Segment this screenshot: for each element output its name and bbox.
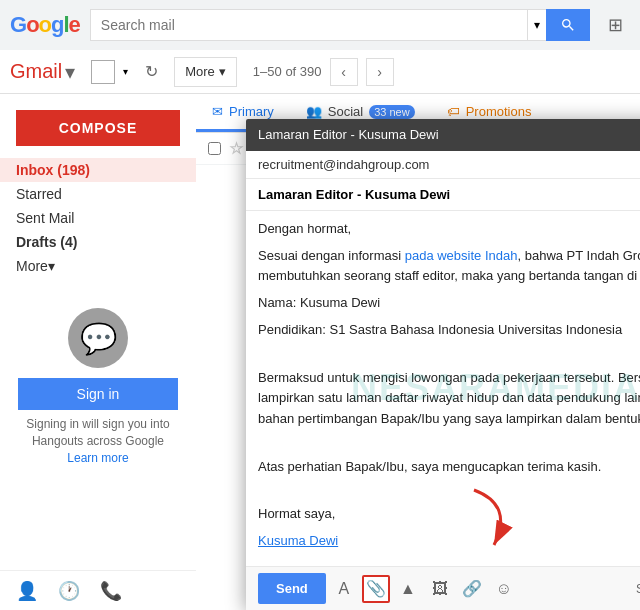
send-button[interactable]: Send xyxy=(258,573,326,604)
social-badge: 33 new xyxy=(369,105,414,119)
gmail-label: Gmail ▾ xyxy=(10,60,75,84)
grid-icon[interactable]: ⊞ xyxy=(600,10,630,40)
sidebar-bottom: 👤 🕐 📞 xyxy=(0,570,196,610)
refresh-button[interactable]: ↻ xyxy=(136,57,166,87)
search-bar: ▾ xyxy=(90,9,590,41)
attach-icon[interactable]: 📎 xyxy=(362,575,390,603)
contacts-icon[interactable]: 👤 xyxy=(16,580,38,602)
google-logo: Google xyxy=(10,12,80,38)
star-icon[interactable]: ☆ xyxy=(229,139,243,158)
phone-icon[interactable]: 📞 xyxy=(100,580,122,602)
sign-in-button[interactable]: Sign in xyxy=(18,378,178,410)
link-icon[interactable]: 🔗 xyxy=(458,575,486,603)
content-area: ✉ Primary 👥 Social 33 new 🏷 Promotions ☆… xyxy=(196,94,640,610)
compose-toolbar: Send A 📎 ▲ 🖼 🔗 ☺ Saved 🗑 ⋮ xyxy=(246,566,640,610)
learn-more-link[interactable]: Learn more xyxy=(67,451,128,465)
photo-icon[interactable]: 🖼 xyxy=(426,575,454,603)
compose-to-field: recruitment@indahgroup.com xyxy=(246,151,640,179)
sidebar-item-starred[interactable]: Starred xyxy=(0,182,196,206)
search-dropdown[interactable]: ▾ xyxy=(527,9,546,41)
saved-text: Saved xyxy=(636,582,640,596)
kusuma-link[interactable]: Kusuma Dewi xyxy=(258,533,338,548)
second-bar: Gmail ▾ ▾ ↻ More ▾ 1–50 of 390 ‹ › xyxy=(0,50,640,94)
checkbox-dropdown[interactable]: ▾ xyxy=(123,66,128,77)
sidebar-item-more[interactable]: More▾ xyxy=(0,254,196,278)
sidebar: COMPOSE Inbox (198) Starred Sent Mail Dr… xyxy=(0,94,196,610)
compose-subject-field: Lamaran Editor - Kusuma Dewi xyxy=(246,179,640,211)
compose-window: Lamaran Editor - Kusuma Dewi — ⤢ ✕ recru… xyxy=(246,119,640,610)
clock-icon[interactable]: 🕐 xyxy=(58,580,80,602)
sidebar-item-drafts[interactable]: Drafts (4) xyxy=(0,230,196,254)
promotions-icon: 🏷 xyxy=(447,104,460,119)
emoji-icon[interactable]: ☺ xyxy=(490,575,518,603)
next-page-button[interactable]: › xyxy=(366,58,394,86)
prev-page-button[interactable]: ‹ xyxy=(330,58,358,86)
primary-icon: ✉ xyxy=(212,104,223,119)
sidebar-item-inbox[interactable]: Inbox (198) xyxy=(0,158,196,182)
sign-in-text: Signing in will sign you into Hangouts a… xyxy=(26,416,169,466)
compose-header: Lamaran Editor - Kusuma Dewi — ⤢ ✕ xyxy=(246,119,640,151)
compose-body[interactable]: NESARAMEDIA Dengan hormat, Sesuai dengan… xyxy=(246,211,640,566)
compose-button[interactable]: COMPOSE xyxy=(16,110,180,146)
page-info: 1–50 of 390 xyxy=(253,64,322,79)
sidebar-item-sent[interactable]: Sent Mail xyxy=(0,206,196,230)
email-checkbox[interactable] xyxy=(208,142,221,155)
hangouts-section: 💬 Sign in Signing in will sign you into … xyxy=(0,298,196,476)
select-all-checkbox[interactable] xyxy=(91,60,115,84)
formatting-icon[interactable]: A xyxy=(330,575,358,603)
main-layout: COMPOSE Inbox (198) Starred Sent Mail Dr… xyxy=(0,94,640,610)
more-button[interactable]: More ▾ xyxy=(174,57,237,87)
search-button[interactable] xyxy=(546,9,590,41)
compose-title: Lamaran Editor - Kusuma Dewi xyxy=(258,127,439,142)
social-icon: 👥 xyxy=(306,104,322,119)
drive-icon[interactable]: ▲ xyxy=(394,575,422,603)
top-bar: Google ▾ ⊞ xyxy=(0,0,640,50)
search-input[interactable] xyxy=(90,9,527,41)
hangouts-avatar: 💬 xyxy=(68,308,128,368)
